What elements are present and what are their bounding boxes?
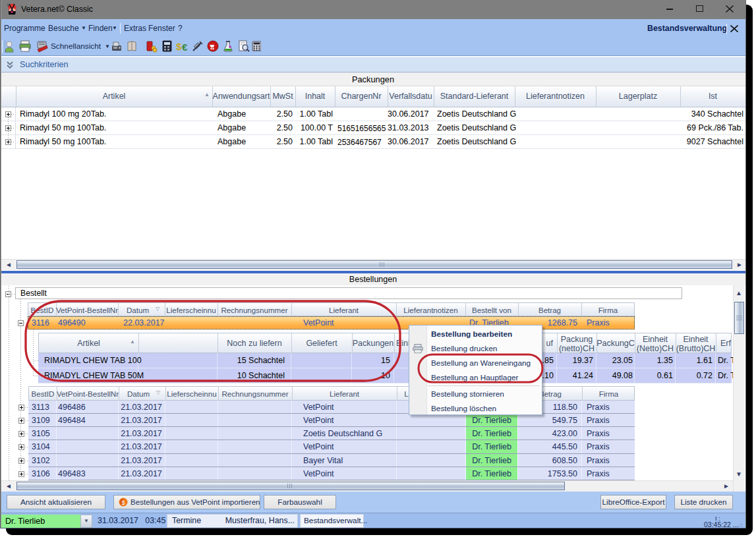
- svg-text:€: €: [182, 42, 188, 53]
- svg-text:$: $: [176, 41, 182, 52]
- svg-text:$: $: [121, 499, 125, 506]
